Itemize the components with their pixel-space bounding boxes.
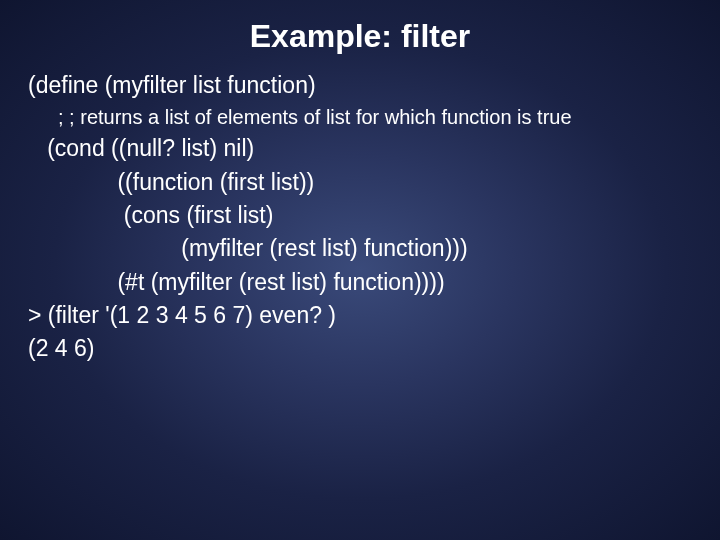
code-comment: ; ; returns a list of elements of list f… bbox=[58, 102, 692, 132]
code-line-1: (define (myfilter list function) bbox=[28, 69, 692, 102]
code-block: (define (myfilter list function) ; ; ret… bbox=[28, 69, 692, 366]
code-line-4: (cons (first list) bbox=[28, 199, 692, 232]
slide: Example: filter (define (myfilter list f… bbox=[0, 0, 720, 540]
slide-title: Example: filter bbox=[28, 18, 692, 55]
code-line-7: > (filter '(1 2 3 4 5 6 7) even? ) bbox=[28, 299, 692, 332]
code-line-3: ((function (first list)) bbox=[28, 166, 692, 199]
code-line-2: (cond ((null? list) nil) bbox=[28, 132, 692, 165]
code-line-8: (2 4 6) bbox=[28, 332, 692, 365]
code-line-6: (#t (myfilter (rest list) function)))) bbox=[28, 266, 692, 299]
code-line-5: (myfilter (rest list) function))) bbox=[28, 232, 692, 265]
